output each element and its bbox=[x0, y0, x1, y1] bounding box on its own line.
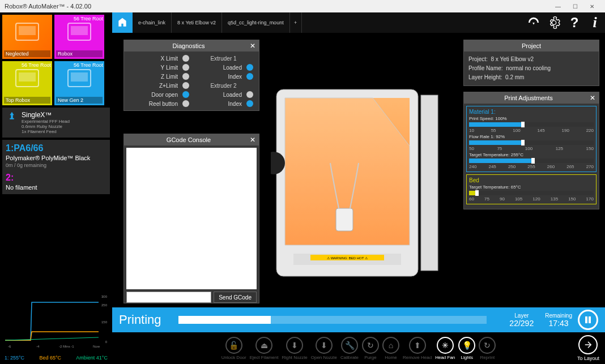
close-button[interactable]: ✕ bbox=[583, 3, 600, 10]
filament-slot-2: 2: bbox=[6, 173, 106, 183]
sidebar: Neglected56 Tree RootRobox56 Tree RootTo… bbox=[0, 12, 112, 364]
svg-rect-3 bbox=[71, 26, 88, 35]
print-icon[interactable] bbox=[523, 12, 544, 33]
temperature-graph: 300 250 150 0 -6 -4 -2 Mins -1 Now bbox=[2, 289, 110, 352]
printer-tile[interactable]: 56 Tree RootNew Gen 2 bbox=[54, 61, 104, 105]
close-icon[interactable]: ✕ bbox=[250, 42, 255, 50]
top-tab-bar: e-chain_link8 x Yeti Elbow v2q5d_cc_ligh… bbox=[112, 12, 605, 33]
graph-legend: 1: 255°C Bed 65°C Ambient 41°C bbox=[2, 354, 110, 362]
window-title: Robox® AutoMaker™ - 4.02.00 bbox=[5, 3, 91, 10]
maximize-button[interactable]: ☐ bbox=[566, 3, 583, 10]
slider[interactable] bbox=[469, 191, 594, 195]
to-layout-button[interactable]: To Layout bbox=[577, 335, 599, 361]
status-text: Printing bbox=[119, 312, 161, 327]
svg-text:⚠ WARNING: BED HOT ⚠: ⚠ WARNING: BED HOT ⚠ bbox=[327, 256, 368, 260]
print-adjustments-panel: Print Adjustments✕ Material 1: Print Spe… bbox=[463, 92, 599, 209]
status-dot bbox=[182, 82, 189, 89]
status-dot bbox=[182, 91, 189, 98]
tool-home[interactable]: ⌂Home bbox=[382, 337, 399, 360]
window-titlebar: Robox® AutoMaker™ - 4.02.00 — ☐ ✕ bbox=[0, 0, 605, 12]
project-panel: Project Project: 8 x Yeti Elbow v2 Profi… bbox=[463, 40, 599, 86]
project-tab[interactable]: 8 x Yeti Elbow v2 bbox=[172, 12, 222, 33]
progress-bar bbox=[178, 316, 487, 324]
status-dot bbox=[182, 100, 189, 107]
info-icon[interactable]: i bbox=[585, 12, 605, 33]
status-dot bbox=[246, 73, 253, 80]
svg-text:Now: Now bbox=[93, 345, 100, 348]
svg-rect-24 bbox=[585, 316, 587, 323]
filament-slot-1: 1:PA6/66 bbox=[6, 143, 106, 153]
tool-head-fan[interactable]: ✳Head Fan bbox=[435, 337, 455, 360]
printer-preview: ⚠ WARNING: BED HOT ⚠ bbox=[271, 78, 446, 288]
svg-rect-7 bbox=[71, 72, 88, 82]
help-icon[interactable]: ? bbox=[564, 12, 585, 33]
close-icon[interactable]: ✕ bbox=[590, 94, 595, 102]
slider[interactable] bbox=[469, 122, 594, 127]
tool-remove-head[interactable]: ⬆Remove Head bbox=[403, 337, 432, 360]
status-dot bbox=[246, 64, 253, 71]
tool-purge[interactable]: ↻Purge bbox=[362, 337, 379, 360]
gear-icon[interactable] bbox=[544, 12, 564, 33]
head-title: SingleX™ bbox=[22, 111, 70, 119]
status-dot bbox=[182, 64, 189, 71]
add-tab-button[interactable]: + bbox=[290, 12, 302, 33]
status-dot bbox=[182, 55, 189, 62]
print-head-info: SingleX™ Experimental FFF Head 0.6mm Rub… bbox=[2, 108, 110, 138]
tool-unlock-door[interactable]: 🔓Unlock Door bbox=[221, 337, 246, 360]
svg-rect-5 bbox=[19, 72, 36, 82]
tool-reprint[interactable]: ↻Reprint bbox=[479, 337, 496, 360]
project-tab[interactable]: q5d_cc_light-ring_mount bbox=[222, 12, 290, 33]
svg-text:-2 Mins -1: -2 Mins -1 bbox=[59, 345, 74, 348]
status-dot bbox=[246, 91, 253, 98]
diagnostics-panel: Diagnostics✕ X LimitExtruder 1Y LimitLoa… bbox=[123, 40, 259, 111]
tool-right-nozzle[interactable]: ⬇Right Nozzle bbox=[282, 337, 307, 360]
printer-tile[interactable]: 56 Tree RootRobox bbox=[54, 15, 104, 59]
toolbar: 🔓Unlock Door⏏Eject Filament⬇Right Nozzle… bbox=[112, 332, 605, 364]
tool-lights[interactable]: 💡Lights bbox=[458, 337, 475, 360]
status-dot bbox=[182, 73, 189, 80]
svg-rect-25 bbox=[589, 316, 591, 323]
tool-eject-filament[interactable]: ⏏Eject Filament bbox=[250, 337, 279, 360]
status-bar: Printing Layer22/292 Remaining17:43 bbox=[112, 307, 605, 332]
svg-text:-4: -4 bbox=[36, 345, 40, 348]
send-gcode-button[interactable]: Send GCode bbox=[214, 292, 257, 303]
svg-text:150: 150 bbox=[101, 320, 108, 324]
svg-text:-6: -6 bbox=[8, 345, 11, 348]
svg-text:0: 0 bbox=[105, 340, 108, 344]
tool-open-nozzle[interactable]: ⬇Open Nozzle bbox=[311, 337, 337, 360]
project-tab[interactable]: e-chain_link bbox=[133, 12, 172, 33]
workspace: ⚠ WARNING: BED HOT ⚠ Diagnostics✕ X Limi… bbox=[112, 33, 605, 307]
gcode-output bbox=[126, 148, 257, 289]
pause-button[interactable] bbox=[578, 310, 598, 330]
slider[interactable] bbox=[469, 159, 594, 163]
head-icon bbox=[6, 111, 18, 123]
gcode-input[interactable] bbox=[126, 292, 211, 303]
svg-text:250: 250 bbox=[101, 303, 108, 307]
slider[interactable] bbox=[469, 140, 594, 145]
svg-text:300: 300 bbox=[101, 295, 108, 298]
printer-tile[interactable]: Neglected bbox=[2, 15, 52, 59]
minimize-button[interactable]: — bbox=[549, 3, 566, 10]
gcode-console-panel: GCode Console✕ Send GCode bbox=[123, 134, 259, 303]
home-icon[interactable] bbox=[112, 12, 133, 33]
filament-info: 1:PA6/66 Polymaker® PolyMide™ Black 0m /… bbox=[2, 140, 110, 194]
svg-rect-21 bbox=[336, 208, 353, 231]
svg-rect-1 bbox=[19, 26, 36, 35]
printer-tile[interactable]: 56 Tree RootTop Robox bbox=[2, 61, 52, 105]
svg-rect-22 bbox=[421, 95, 438, 271]
close-icon[interactable]: ✕ bbox=[250, 136, 255, 144]
tool-calibrate[interactable]: 🔧Calibrate bbox=[340, 337, 359, 360]
status-dot bbox=[246, 100, 253, 107]
